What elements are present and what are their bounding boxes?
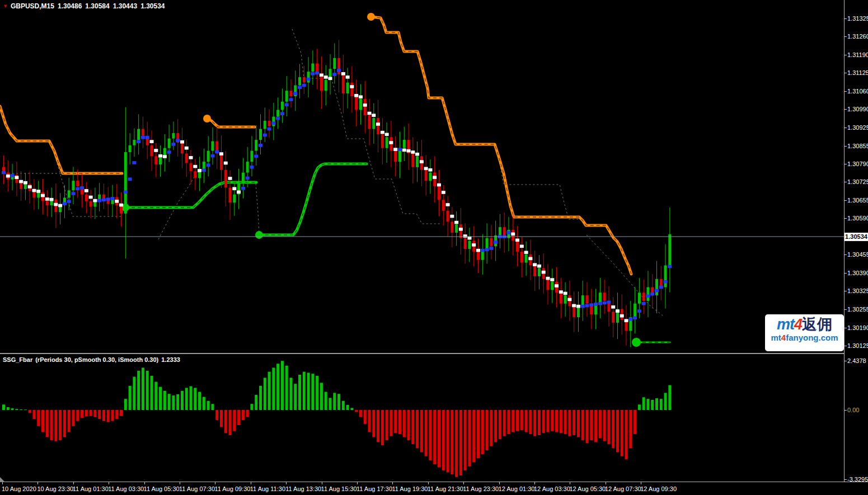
main-price-chart[interactable] — [0, 0, 844, 353]
candle-body — [20, 183, 22, 189]
indicator-axis-tick — [844, 361, 847, 361]
ma-dash — [128, 177, 132, 181]
histogram-bar — [54, 410, 57, 441]
ma-dash — [506, 231, 510, 234]
candle-body — [355, 96, 358, 110]
price-axis-tick — [844, 36, 847, 37]
panel-resize-grip[interactable] — [0, 477, 5, 482]
candle-body — [603, 293, 606, 301]
candle-body — [411, 153, 414, 167]
candle-body — [438, 186, 440, 200]
ma-dash — [459, 228, 463, 231]
ma-dash — [476, 249, 480, 252]
histogram-bar — [590, 410, 593, 440]
ma-dash — [207, 163, 210, 167]
histogram-bar — [607, 410, 610, 444]
ma-dash — [332, 73, 336, 76]
ma-dash — [368, 112, 372, 115]
candle-body — [168, 139, 171, 148]
ma-dash — [115, 200, 119, 203]
histogram-bar — [533, 410, 536, 436]
ma-dash — [280, 112, 284, 115]
price-axis-label: 1.31125 — [847, 69, 868, 76]
candle-body — [76, 181, 79, 186]
ma-dash — [350, 85, 354, 88]
price-axis-label: 1.30655 — [847, 197, 868, 204]
indicator-params: (rPeriods 30, pSmooth 0.30, iSmooth 0.30… — [35, 356, 158, 363]
ma-dash — [494, 241, 498, 244]
ma-dash — [285, 103, 289, 106]
histogram-bar — [81, 410, 83, 418]
histogram-bar — [486, 410, 489, 450]
candle-body — [90, 201, 92, 207]
ma-dash — [511, 233, 515, 236]
price-axis-label: 1.30590 — [847, 215, 868, 221]
histogram-bar — [2, 404, 5, 410]
price-axis-tick — [844, 254, 847, 255]
ma-dash — [250, 166, 254, 169]
histogram-bar — [215, 410, 218, 420]
high-value: 1.30584 — [85, 2, 109, 10]
histogram-bar — [525, 410, 528, 432]
ma-dash — [202, 169, 206, 172]
price-axis-label: 1.30190 — [847, 324, 868, 331]
candle-body — [586, 295, 589, 304]
histogram-bar — [664, 393, 667, 410]
histogram-bar — [416, 410, 419, 448]
indicator-axis-tick — [844, 479, 847, 480]
price-axis-tick — [844, 109, 847, 110]
histogram-bar — [568, 410, 571, 436]
histogram-bar — [372, 410, 375, 437]
ma-dash — [102, 199, 106, 202]
time-axis-tick — [428, 482, 429, 484]
candle-body — [185, 153, 188, 163]
histogram-bar — [250, 404, 253, 410]
price-axis-label: 1.30790 — [847, 161, 868, 167]
ma-dash — [454, 221, 458, 224]
histogram-bar — [146, 371, 149, 410]
ssg-fbar-indicator-panel[interactable] — [0, 355, 844, 482]
histogram-bar — [551, 410, 553, 431]
ma-dash — [637, 309, 641, 313]
histogram-bar — [394, 410, 397, 433]
time-axis-label: 11 Aug 17:30 — [356, 485, 392, 492]
panel-separator[interactable] — [0, 353, 868, 354]
histogram-bar — [398, 410, 401, 434]
candle-body — [120, 205, 123, 214]
histogram-bar — [333, 393, 336, 410]
price-axis-label: 1.31260 — [847, 33, 868, 40]
buy-trend-line — [259, 164, 367, 235]
symbol-dropdown-icon[interactable]: ▼ — [3, 3, 8, 9]
ma-dash — [646, 295, 650, 298]
histogram-bar — [651, 400, 654, 410]
histogram-bar — [159, 387, 162, 410]
ma-dash — [293, 92, 297, 95]
histogram-bar — [76, 410, 79, 421]
histogram-bar — [642, 397, 645, 410]
histogram-bar — [115, 410, 118, 419]
ma-dash — [298, 86, 302, 89]
histogram-bar — [181, 391, 184, 410]
price-axis-label: 1.31060 — [847, 88, 868, 95]
candle-body — [416, 156, 419, 167]
ma-dash — [58, 204, 62, 208]
ma-dash — [402, 149, 406, 152]
channel-dashed-line — [587, 235, 663, 316]
ma-dash — [463, 234, 467, 238]
buy-trend-line-start-dot — [255, 231, 263, 239]
candle-body — [372, 118, 375, 129]
time-axis-tick — [499, 482, 500, 484]
ma-dash — [381, 131, 384, 134]
histogram-bar — [512, 410, 514, 432]
histogram-bar — [629, 410, 632, 448]
ma-dash — [620, 314, 624, 318]
histogram-bar — [41, 410, 44, 432]
histogram-bar — [442, 410, 445, 470]
histogram-bar — [438, 410, 440, 468]
histogram-bar — [129, 386, 132, 410]
ma-dash — [97, 199, 101, 202]
price-axis[interactable]: 1.30534 1.313251.312601.311901.311251.31… — [844, 0, 868, 482]
time-axis[interactable]: 10 Aug 202010 Aug 23:3011 Aug 01:3011 Au… — [0, 482, 868, 495]
ma-dash — [668, 265, 672, 268]
histogram-bar — [224, 410, 227, 433]
